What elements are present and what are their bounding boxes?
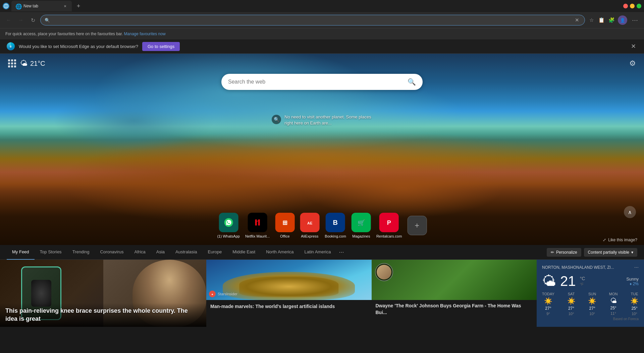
new-tab-button[interactable]: + [74,1,83,11]
back-button[interactable]: ← [4,15,13,25]
tab-top-stories[interactable]: Top Stories [35,245,67,260]
browser-icon [3,3,9,9]
maximize-window-button[interactable] [637,4,641,8]
scroll-up-button[interactable]: ∧ [624,206,636,218]
page-settings-button[interactable]: ⚙ [629,59,636,68]
like-image-button[interactable]: ⤢ Like this image? [603,238,637,242]
tab-europe[interactable]: Europe [202,245,227,260]
quick-link-add[interactable]: + [407,216,427,235]
weather-main: 🌤 21 °C°F Sunny ♦ 2% [542,273,639,289]
tab-asia[interactable]: Asia [151,245,170,260]
news-card-2-title: Man-made marvels: The world's largest ar… [210,303,368,310]
stars-insider-icon: ▲ [209,291,216,297]
info-bubble-text: No need to visit another planet. Some pl… [284,114,372,126]
manage-favourites-link[interactable]: Manage favourites now [124,32,166,36]
search-button[interactable]: 🔍 [408,78,416,86]
profile-button[interactable]: 👤 [618,15,627,25]
add-quick-link-icon: + [407,216,427,235]
search-icon: 🔍 [45,18,50,23]
search-box: 🔍 [221,74,423,90]
feed-nav: My Feed Top Stories Trending Coronavirus… [0,245,644,260]
weather-condition: Sunny [626,276,639,282]
collections-icon[interactable]: 📋 [598,16,605,24]
svg-rect-2 [253,217,263,228]
address-bar-row: ← → ↻ 🔍 ✕ ☆ 📋 🧩 👤 ⋯ [0,12,644,28]
svg-text:P: P [387,219,391,226]
banner-close-button[interactable]: ✕ [630,41,637,51]
news-feed: My Feed Top Stories Trending Coronavirus… [0,245,644,353]
tab-africa[interactable]: Africa [129,245,151,260]
address-bar[interactable]: 🔍 ✕ [40,15,585,26]
minimize-window-button[interactable] [630,4,635,8]
quick-link-office[interactable]: ⊞ Office [275,213,294,238]
weather-main-icon: 🌤 [542,273,556,289]
quick-link-label: Office [280,234,290,238]
tab-my-feed[interactable]: My Feed [7,245,35,260]
svg-text:B: B [333,219,338,226]
tab-bar-left: 🌐 New tab ✕ + [3,1,83,11]
apps-grid-button[interactable] [8,59,16,67]
forward-button[interactable]: → [16,15,25,25]
quick-link-whatsapp[interactable]: (1) WhatsApp [217,213,240,238]
tab-australasia[interactable]: Australasia [170,245,202,260]
address-input[interactable] [53,17,571,23]
forecast-today: TODAY ☀️ 27° 9° [542,292,554,316]
tab-close-button[interactable]: ✕ [62,3,68,9]
magazines-icon: 🛒 [352,213,371,232]
more-tabs-button[interactable]: ··· [336,249,346,256]
news-card-2[interactable]: ▲ StarsInsider Man-made marvels: The wor… [206,260,372,327]
favorites-bar: For quick access, place your favourites … [0,28,644,39]
active-tab[interactable]: 🌐 New tab ✕ [11,1,72,11]
close-window-button[interactable] [623,4,628,8]
edit-icon: ✏ [551,250,554,255]
news-card-3[interactable]: Dwayne 'The Rock' Johnson Buys Georgia F… [372,260,537,327]
netflix-icon [248,213,267,232]
search-input[interactable] [228,79,404,85]
news-card-1[interactable]: This pain-relieving knee brace surprises… [0,260,206,327]
expand-icon: ⤢ [603,238,606,242]
office-icon: ⊞ [275,213,294,232]
tab-north-america[interactable]: North America [261,245,299,260]
weather-location: NORTON, MASHONALAND WEST, ZI... [542,265,614,270]
svg-text:🛒: 🛒 [358,219,365,226]
weather-main-unit: °C°F [580,276,585,287]
quick-link-aliexpress[interactable]: AE AliExpress [300,213,319,238]
tab-trending[interactable]: Trending [67,245,95,260]
favorites-icon[interactable]: ☆ [588,16,595,24]
tab-bar-right [623,4,641,8]
source-name: StarsInsider [218,292,237,296]
quick-link-netflix[interactable]: Netflix Maurit... [245,213,270,238]
extensions-icon[interactable]: 🧩 [608,16,615,24]
go-to-settings-button[interactable]: Go to settings [142,42,180,51]
weather-precip: ♦ 2% [626,282,639,286]
forecast-tue: TUE ☀️ 25° 10° [630,292,639,316]
svg-text:⊞: ⊞ [282,219,287,226]
weather-source: Based on Foreca [542,317,639,321]
clear-button[interactable]: ✕ [573,16,581,24]
news-source-badge: ▲ StarsInsider [209,291,237,297]
quick-link-label: Netflix Maurit... [245,234,270,238]
forecast-sun: SUN ☀️ 27° 10° [588,292,596,316]
refresh-button[interactable]: ↻ [28,15,38,25]
content-partially-visible-button[interactable]: Content partially visible ▾ [584,248,637,257]
like-image-label: Like this image? [608,238,637,242]
weather-card-header: NORTON, MASHONALAND WEST, ZI... ··· [542,264,639,270]
traffic-lights [623,4,641,8]
quick-link-rentalcars[interactable]: P Rentalcars.com [376,213,402,238]
booking-icon: B [326,213,345,232]
browser-menu-button[interactable]: ⋯ [630,16,640,24]
tab-middle-east[interactable]: Middle East [227,245,261,260]
feed-nav-right: ✏ Personalize Content partially visible … [547,248,637,257]
personalize-button[interactable]: ✏ Personalize [547,248,581,257]
svg-text:AE: AE [307,221,312,225]
address-right-icons: ✕ [573,16,581,24]
tab-latin-america[interactable]: Latin America [299,245,336,260]
whatsapp-icon [219,213,238,232]
info-bubble-icon: 🔍 [272,115,281,124]
weather-widget: 🌤 21°C [20,59,45,68]
weather-more-button[interactable]: ··· [634,264,639,270]
weather-card[interactable]: NORTON, MASHONALAND WEST, ZI... ··· 🌤 21… [537,260,644,327]
quick-link-magazines[interactable]: 🛒 Magazines [352,213,371,238]
tab-coronavirus[interactable]: Coronavirus [95,245,129,260]
quick-link-booking[interactable]: B Booking.com [325,213,346,238]
